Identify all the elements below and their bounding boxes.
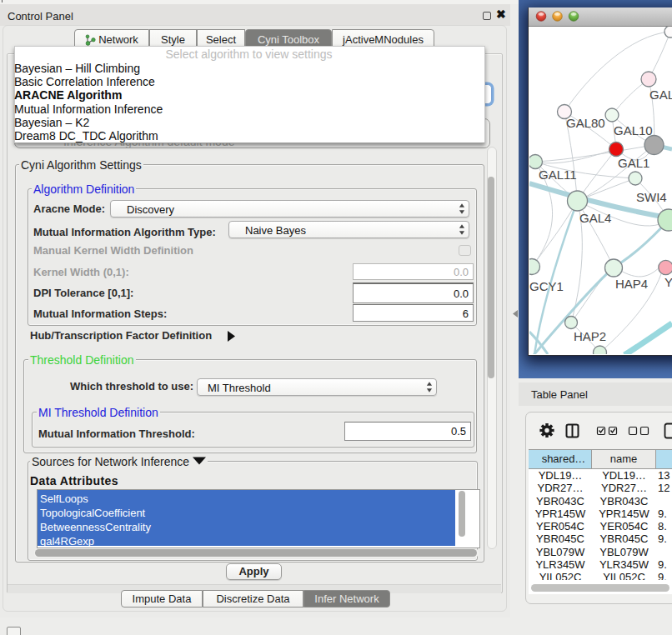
svg-text:HAP2: HAP2 (574, 329, 606, 343)
svg-text:GAL1: GAL1 (618, 156, 649, 170)
svg-text:GCY1: GCY1 (529, 279, 564, 293)
svg-text:GAL4: GAL4 (579, 211, 611, 225)
svg-text:GAL80: GAL80 (566, 116, 605, 130)
svg-text:SWI4: SWI4 (636, 190, 667, 204)
svg-text:GAL10: GAL10 (614, 123, 653, 138)
svg-text:Y: Y (664, 275, 672, 289)
svg-text:GAL2: GAL2 (649, 88, 672, 102)
svg-text:HAP4: HAP4 (615, 277, 648, 291)
svg-text:GAL11: GAL11 (539, 168, 577, 182)
